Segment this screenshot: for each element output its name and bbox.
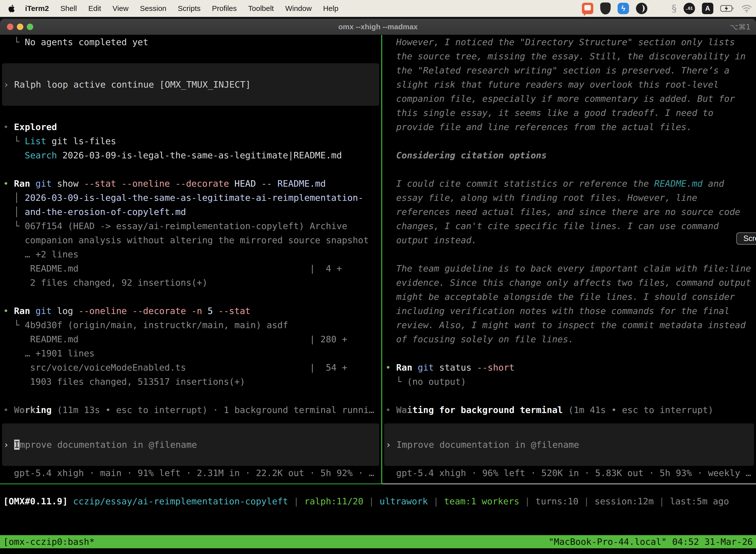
terminal-line: … +2 lines	[0, 247, 381, 261]
terminal-line: I could cite commit statistics or refere…	[382, 176, 756, 190]
text-segment: git	[36, 178, 57, 189]
text-segment: gpt-5.4 xhigh · 96% left · 520K in · 5.8…	[385, 468, 751, 478]
text-segment: I could cite commit statistics or refere…	[385, 178, 654, 189]
left-pane[interactable]: └ No agents completed yet› Ralph loop ac…	[0, 35, 381, 484]
menu-bar-left: iTerm2ShellEditViewSessionScriptsProfile…	[0, 3, 344, 13]
text-segment: |	[654, 496, 670, 506]
text-segment: … +1901 lines	[3, 348, 94, 358]
text-segment: └	[3, 221, 25, 231]
a-badge-icon[interactable]: A	[702, 3, 713, 14]
terminal-line: of focusing solely on file lines.	[382, 332, 756, 346]
terminal-line: the source tree, missing the essay. Stil…	[382, 49, 756, 63]
tmux-session-label[interactable]: [omx-cczip0:bash*	[3, 537, 94, 547]
text-segment: of focusing solely on file lines.	[385, 334, 574, 344]
text-segment: output instead.	[385, 235, 477, 245]
squiggle-icon[interactable]: §	[672, 3, 677, 14]
text-segment: |	[428, 496, 444, 506]
battery-icon[interactable]	[720, 5, 734, 12]
text-segment: including verification notes with those …	[385, 306, 730, 316]
text-segment: cczip/essay/ai-reimplementation-copyleft	[73, 496, 288, 506]
menu-iterm2[interactable]: iTerm2	[19, 4, 55, 13]
blue-bolt-icon[interactable]: ϟ	[618, 3, 629, 14]
text-segment: changes, I can't cite specific file line…	[385, 221, 719, 231]
text-segment: --stat --oneline --decorate	[84, 178, 234, 189]
menu-shell[interactable]: Shell	[55, 4, 82, 13]
terminal-line: • Ran git log --oneline --decorate -n 5 …	[0, 304, 381, 318]
text-segment: companion file, especially if more comme…	[385, 94, 735, 104]
terminal-line: changes, I can't cite specific file line…	[382, 219, 756, 233]
wifi-icon[interactable]	[741, 4, 752, 13]
text-segment: └	[3, 320, 25, 330]
dark-crescent-icon[interactable]	[636, 3, 647, 14]
text-segment: provide file and line references from th…	[385, 122, 692, 132]
terminal-line: companion analysis without altering the …	[0, 233, 381, 247]
menu-profiles[interactable]: Profiles	[206, 4, 242, 13]
menu-view[interactable]: View	[107, 4, 134, 13]
terminal-line: │ and-the-erosion-of-copyleft.md	[0, 205, 381, 219]
terminal-line: However, I noticed the "Directory Struct…	[382, 35, 756, 49]
text-segment: last:5m ago	[670, 496, 729, 506]
terminal-line: slight risk that future readers may over…	[382, 77, 756, 92]
text-segment: mprove documentation in @filename	[19, 440, 197, 450]
terminal-line: • Working (11m 13s • esc to interrupt) ·…	[0, 403, 381, 417]
text-segment: review. Also, I might want to inspect th…	[385, 320, 746, 330]
terminal-line: └ No agents completed yet	[0, 35, 381, 49]
text-cursor: I	[14, 440, 19, 450]
left-prompt-input[interactable]: › Improve documentation in @filename	[2, 424, 379, 466]
apple-menu-icon[interactable]	[8, 3, 17, 13]
text-segment: 067f154 (HEAD -> essay/ai-reimplementati…	[25, 221, 347, 231]
text-segment: Considering citation options	[385, 150, 547, 160]
text-segment: List	[25, 136, 46, 146]
terminal-line: review. Also, I might want to inspect th…	[382, 318, 756, 332]
terminal-panes: └ No agents completed yet› Ralph loop ac…	[0, 35, 756, 484]
badge-61-icon[interactable]: ..61	[684, 3, 695, 14]
text-segment: 2026-03-09-is-legal-the-same-as-legitima…	[57, 150, 342, 160]
text-segment: evidence. Since this change only affects…	[385, 277, 751, 288]
text-segment: Search	[25, 150, 57, 160]
screen-share-overlay: Scre	[736, 232, 756, 245]
text-segment: i	[407, 405, 413, 415]
blank-line	[0, 49, 381, 63]
menu-session[interactable]: Session	[134, 4, 172, 13]
menu-window[interactable]: Window	[279, 4, 317, 13]
text-segment: Ralph loop active continue [OMX_TMUX_INJ…	[14, 79, 251, 90]
text-segment: log	[57, 306, 79, 316]
text-segment: |	[288, 496, 304, 506]
terminal-line: │ 2026-03-09-is-legal-the-same-as-legiti…	[0, 190, 381, 205]
text-segment: The team guideline is to back every impo…	[385, 263, 751, 274]
menu-edit[interactable]: Edit	[82, 4, 107, 13]
terminal-line: • Ran git show --stat --oneline --decora…	[0, 176, 381, 190]
right-pane[interactable]: However, I noticed the "Directory Struct…	[382, 35, 756, 484]
shield-keyboard-icon[interactable]	[600, 2, 611, 14]
terminal-line: └ (no output)	[382, 375, 756, 389]
terminal-line: The team guideline is to back every impo…	[382, 261, 756, 276]
screen-share-overlay-label: Scre	[743, 234, 756, 243]
ralph-inject-box[interactable]: › Ralph loop active continue [OMX_TMUX_I…	[2, 63, 379, 106]
text-segment: (11m 13s • esc to interrupt) · 1 backgro…	[52, 405, 374, 415]
text-segment: •	[385, 363, 396, 373]
text-segment: git	[418, 363, 439, 373]
text-segment: ting for background terminal	[412, 405, 563, 415]
menu-scripts[interactable]: Scripts	[172, 4, 206, 13]
text-segment: |	[519, 496, 536, 506]
blank-line	[382, 134, 756, 148]
right-prompt-input[interactable]: › Improve documentation in @filename	[384, 424, 754, 466]
text-segment: ›	[3, 440, 14, 450]
dots-grid-icon[interactable]	[654, 3, 665, 14]
text-segment: └	[3, 136, 25, 146]
text-segment: •	[3, 306, 14, 316]
text-segment: •	[385, 405, 396, 415]
chat-app-icon[interactable]	[582, 3, 593, 14]
window-titlebar[interactable]: omx --xhigh --madmax ⌥⌘1	[0, 19, 756, 35]
blank-line	[0, 162, 381, 176]
blank-line	[0, 290, 381, 304]
text-segment: │	[3, 207, 25, 217]
terminal-line: evidence. Since this change only affects…	[382, 276, 756, 290]
text-segment: └	[3, 37, 25, 47]
menu-help[interactable]: Help	[317, 4, 344, 13]
terminal-line: this single essay, it seems like a good …	[382, 106, 756, 120]
terminal-line: might be acceptable alongside the file l…	[382, 290, 756, 304]
menu-toolbelt[interactable]: Toolbelt	[243, 4, 279, 13]
text-segment: --short	[477, 363, 514, 373]
text-segment: --stat	[218, 306, 251, 316]
